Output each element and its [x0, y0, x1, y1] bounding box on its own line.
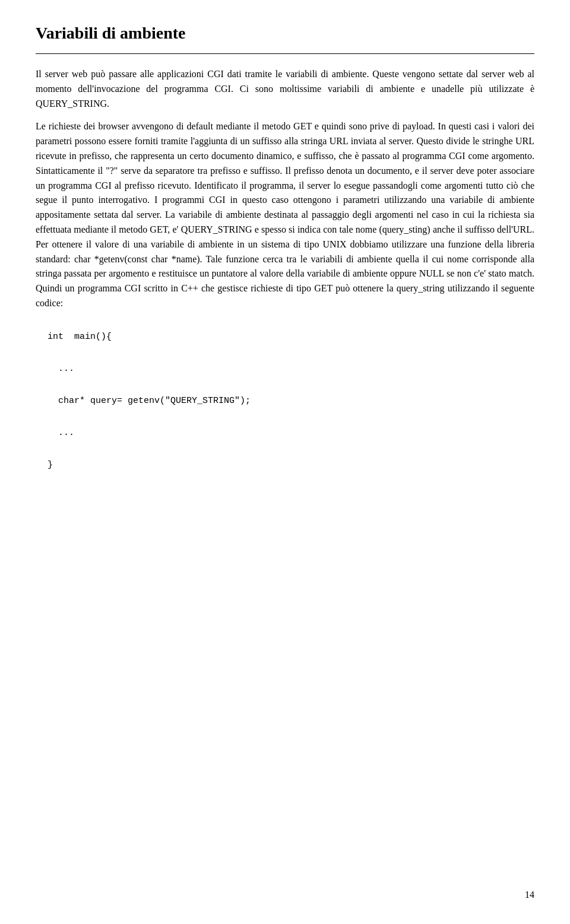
code-block: int main(){ ... char* query= getenv("QUE…	[36, 329, 534, 473]
section-divider	[36, 53, 534, 54]
code-line	[48, 409, 534, 425]
paragraph-2: Le richieste dei browser avvengono di de…	[36, 119, 534, 310]
code-line	[48, 441, 534, 457]
code-line: char* query= getenv("QUERY_STRING");	[48, 393, 534, 409]
page-container: Variabili di ambiente Il server web può …	[0, 0, 570, 924]
code-line: }	[48, 457, 534, 473]
code-line	[48, 377, 534, 393]
paragraph-1: Il server web può passare alle applicazi…	[36, 67, 534, 111]
page-title: Variabili di ambiente	[36, 24, 534, 43]
code-line: ...	[48, 361, 534, 377]
page-number: 14	[525, 890, 534, 900]
code-line	[48, 345, 534, 361]
code-line: ...	[48, 425, 534, 441]
code-line: int main(){	[48, 329, 534, 345]
